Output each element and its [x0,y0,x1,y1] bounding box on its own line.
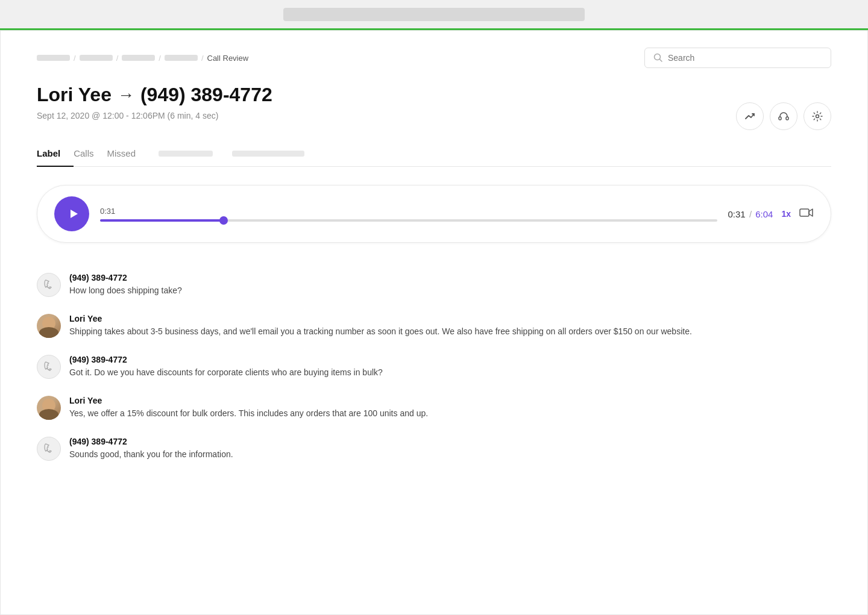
speaker-name-2: Lori Yee [69,314,831,323]
message-text-1: How long does shipping take? [69,284,831,297]
svg-rect-3 [786,117,788,120]
tab-placeholder-1 [159,151,213,157]
settings-button[interactable] [804,102,831,130]
time-sep: / [749,209,754,219]
breadcrumb-seg-1 [37,55,70,61]
current-time: 0:31 [100,207,717,216]
tab-missed[interactable]: Missed [107,142,149,167]
message-body-3: (949) 389-4772 Got it. Do we you have di… [69,355,831,379]
phone-icon-1 [43,279,55,291]
tabs-row: Label Calls Missed [37,142,831,167]
lori-avatar-2 [37,396,61,420]
time-current: 0:31 [728,209,746,219]
message-text-4: Yes, we offer a 15% discount for bulk or… [69,407,831,420]
analytics-button[interactable] [736,102,764,130]
progress-fill [100,219,224,222]
transcript-entry-4: Lori Yee Yes, we offer a 15% discount fo… [37,387,831,428]
transcript-entry-2: Lori Yee Shipping takes about 3-5 busine… [37,305,831,346]
breadcrumb-sep-3: / [159,54,161,63]
headphones-icon [778,110,790,122]
phone-icon-3 [43,361,55,373]
video-camera-icon [799,207,814,218]
transcript-entry-1: (949) 389-4772 How long does shipping ta… [37,264,831,305]
player-right: 0:31 / 6:04 1x [728,207,814,221]
arrow-icon: → [118,86,134,105]
transcript-entry-5: (949) 389-4772 Sounds good, thank you fo… [37,428,831,469]
phone-number: (949) 389-4772 [140,84,272,106]
lori-avatar-1 [37,314,61,338]
time-display: 0:31 / 6:04 [728,209,773,219]
breadcrumb-current: Call Review [207,54,249,63]
play-icon [66,207,80,220]
caller-avatar-1 [37,273,61,297]
caller-avatar-3 [37,355,61,379]
play-button[interactable] [54,196,89,231]
audio-player: 0:31 0:31 / 6:04 1x [37,185,831,243]
analytics-icon [744,110,756,122]
search-icon [653,53,663,63]
svg-line-1 [660,60,662,62]
message-text-3: Got it. Do we you have discounts for cor… [69,366,831,379]
settings-icon [811,110,823,122]
message-body-2: Lori Yee Shipping takes about 3-5 busine… [69,314,831,338]
breadcrumb-seg-4 [165,55,198,61]
tab-calls[interactable]: Calls [74,142,107,167]
breadcrumb-sep-2: / [116,54,119,63]
breadcrumb: / / / / Call Review [37,54,248,63]
transcript: (949) 389-4772 How long does shipping ta… [37,264,831,469]
main-container: / / / / Call Review Lori Yee → (949) 389… [0,30,868,615]
message-text-5: Sounds good, thank you for the informati… [69,448,831,461]
speaker-name-4: Lori Yee [69,396,831,405]
svg-marker-5 [71,210,78,218]
breadcrumb-sep-1: / [74,54,76,63]
progress-track[interactable] [100,219,717,222]
search-input[interactable] [668,53,822,63]
speed-button[interactable]: 1x [781,209,791,219]
transcript-entry-3: (949) 389-4772 Got it. Do we you have di… [37,346,831,387]
time-total: 6:04 [755,209,773,219]
message-text-2: Shipping takes about 3-5 business days, … [69,325,831,338]
svg-point-4 [816,115,819,118]
phone-icon-5 [43,443,55,455]
message-body-1: (949) 389-4772 How long does shipping ta… [69,273,831,297]
speaker-name-5: (949) 389-4772 [69,437,831,446]
svg-rect-6 [800,209,809,216]
breadcrumb-search-row: / / / / Call Review [37,31,831,78]
agent-name: Lori Yee [37,84,112,106]
title-area: Lori Yee → (949) 389-4772 Sept 12, 2020 … [37,78,831,130]
tab-label[interactable]: Label [37,142,74,167]
speaker-name-1: (949) 389-4772 [69,273,831,283]
top-bar-decoration [283,8,585,21]
message-body-5: (949) 389-4772 Sounds good, thank you fo… [69,437,831,461]
breadcrumb-seg-3 [122,55,155,61]
svg-rect-2 [779,117,781,120]
video-icon[interactable] [799,207,814,221]
headphones-button[interactable] [770,102,797,130]
breadcrumb-seg-2 [80,55,113,61]
breadcrumb-sep-4: / [201,54,204,63]
top-bar [0,0,868,30]
search-box[interactable] [644,48,831,68]
tab-placeholder-2 [232,151,304,157]
message-body-4: Lori Yee Yes, we offer a 15% discount fo… [69,396,831,420]
speaker-name-3: (949) 389-4772 [69,355,831,364]
progress-area: 0:31 [100,207,717,222]
caller-avatar-5 [37,437,61,461]
progress-thumb [219,216,228,225]
